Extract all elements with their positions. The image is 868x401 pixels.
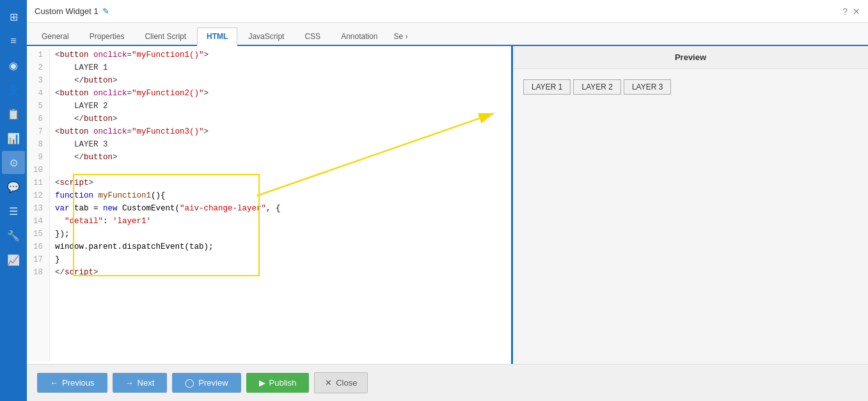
- preview-layer3-button[interactable]: LAYER 3: [624, 79, 671, 95]
- tab-bar: General Properties Client Script HTML Ja…: [27, 23, 868, 46]
- title-bar-actions: ? ✕: [842, 6, 860, 17]
- code-line: </button>: [55, 113, 511, 125]
- sidebar-icon-widget[interactable]: ⊙: [2, 151, 25, 174]
- sidebar-icon-menu[interactable]: ≡: [2, 29, 25, 52]
- prev-arrow-icon: ←: [50, 378, 58, 388]
- tab-css[interactable]: CSS: [295, 28, 330, 45]
- tab-properties[interactable]: Properties: [80, 28, 134, 45]
- code-line: LAYER 1: [55, 61, 511, 74]
- code-line: window.parent.dispatchEvent(tab);: [55, 240, 511, 253]
- sidebar-icon-settings[interactable]: 🔧: [2, 224, 25, 247]
- tab-general[interactable]: General: [32, 28, 79, 45]
- content-area: 12345 678910 1112131415 161718 <button o…: [27, 46, 868, 364]
- title-bar: Custom Widget 1 ✎ ? ✕: [27, 0, 868, 23]
- preview-content: LAYER 1 LAYER 2 LAYER 3: [513, 69, 868, 364]
- close-window-icon[interactable]: ✕: [853, 6, 860, 17]
- sidebar-icon-chart[interactable]: 📊: [2, 127, 25, 150]
- title-bar-left: Custom Widget 1 ✎: [35, 6, 109, 16]
- next-button[interactable]: → Next: [113, 373, 168, 393]
- previous-button[interactable]: ← Previous: [37, 373, 107, 393]
- help-icon[interactable]: ?: [842, 6, 848, 17]
- code-line: var tab = new CustomEvent("aiv-change-la…: [55, 202, 511, 215]
- preview-panel: Preview LAYER 1 LAYER 2 LAYER 3: [513, 46, 868, 364]
- code-line: });: [55, 228, 511, 240]
- code-line: </button>: [55, 151, 511, 164]
- tab-client-script[interactable]: Client Script: [135, 28, 196, 45]
- sidebar-icon-message[interactable]: 💬: [2, 175, 25, 198]
- code-content: 12345 678910 1112131415 161718 <button o…: [27, 46, 511, 364]
- preview-title: Preview: [675, 52, 706, 62]
- tab-javascript[interactable]: JavaScript: [239, 28, 294, 45]
- code-line: <button onclick="myFunction2()">: [55, 87, 511, 100]
- edit-icon[interactable]: ✎: [102, 6, 109, 16]
- publish-button[interactable]: ▶ Publish: [246, 373, 310, 393]
- publish-label: Publish: [269, 378, 297, 388]
- code-line: function myFunction1(){: [55, 189, 511, 202]
- bottom-bar: ← Previous → Next ◯ Preview ▶ Publish ✕ …: [27, 364, 868, 401]
- preview-header: Preview: [513, 46, 868, 69]
- preview-layer2-button[interactable]: LAYER 2: [573, 79, 620, 95]
- code-editor[interactable]: 12345 678910 1112131415 161718 <button o…: [27, 46, 513, 364]
- next-arrow-icon: →: [125, 378, 134, 388]
- next-label: Next: [138, 378, 155, 388]
- tab-annotation[interactable]: Annotation: [331, 28, 387, 45]
- sidebar-icon-reports[interactable]: 📋: [2, 102, 25, 125]
- sidebar: ⊞ ≡ ◉ 👤 📋 📊 ⊙ 💬 ☰ 🔧 📈: [0, 0, 27, 401]
- preview-layer1-button[interactable]: LAYER 1: [523, 79, 571, 95]
- main-area: Custom Widget 1 ✎ ? ✕ General Properties…: [27, 0, 868, 401]
- code-line: LAYER 2: [55, 100, 511, 113]
- close-label: Close: [336, 378, 357, 388]
- close-button[interactable]: ✕ Close: [314, 372, 368, 393]
- code-lines: <button onclick="myFunction1()"> LAYER 1…: [50, 49, 511, 361]
- tab-more[interactable]: Se ›: [389, 28, 413, 45]
- code-line: LAYER 3: [55, 138, 511, 151]
- sidebar-icon-user[interactable]: 👤: [2, 78, 25, 101]
- code-line: <button onclick="myFunction1()">: [55, 49, 511, 61]
- code-line: <button onclick="myFunction3()">: [55, 125, 511, 138]
- close-x-icon: ✕: [325, 378, 332, 388]
- code-line: [55, 164, 511, 177]
- window-title: Custom Widget 1: [35, 6, 99, 16]
- tab-html[interactable]: HTML: [197, 28, 237, 46]
- code-line: }: [55, 253, 511, 266]
- sidebar-icon-analytics[interactable]: 📈: [2, 248, 25, 271]
- preview-btn-label: Preview: [198, 378, 228, 388]
- preview-buttons: LAYER 1 LAYER 2 LAYER 3: [523, 79, 858, 95]
- sidebar-icon-home[interactable]: ⊞: [2, 5, 25, 28]
- code-line: "detail": 'layer1': [55, 215, 511, 228]
- publish-play-icon: ▶: [259, 378, 265, 388]
- line-numbers: 12345 678910 1112131415 161718: [27, 49, 50, 361]
- sidebar-icon-list[interactable]: ☰: [2, 200, 25, 223]
- code-line: </script>: [55, 266, 511, 279]
- sidebar-icon-dashboard[interactable]: ◉: [2, 54, 25, 77]
- code-line: </button>: [55, 74, 511, 87]
- preview-button[interactable]: ◯ Preview: [172, 373, 241, 393]
- prev-label: Previous: [62, 378, 95, 388]
- code-line: <script>: [55, 177, 511, 189]
- preview-circle-icon: ◯: [185, 378, 194, 388]
